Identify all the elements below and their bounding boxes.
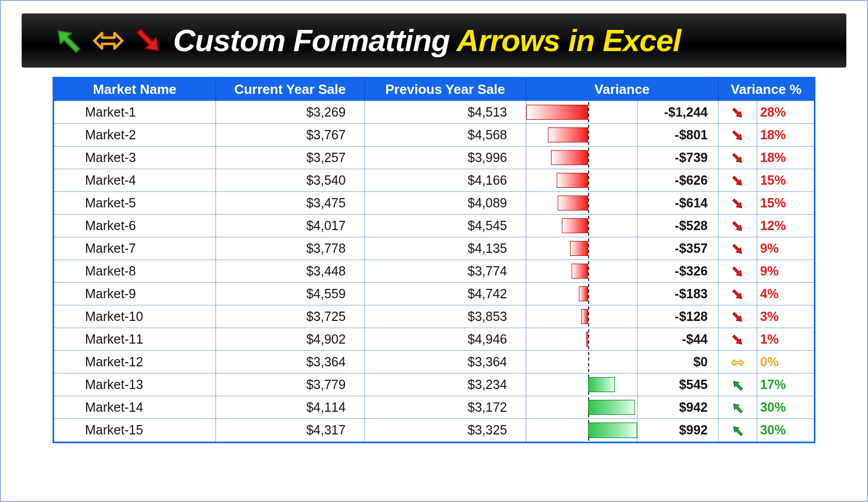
arrow-up-icon: [53, 25, 84, 56]
cell-current: $3,725: [215, 305, 364, 328]
cell-variance-pct: 17%: [757, 374, 814, 396]
svg-marker-3: [731, 106, 744, 119]
cell-variance-value: -$44: [638, 328, 719, 351]
cell-previous: $3,364: [364, 351, 526, 374]
table-row: Market-11$4,902$4,946-$441%: [54, 328, 814, 351]
data-table: Market Name Current Year Sale Previous Y…: [53, 77, 815, 443]
cell-name: Market-2: [54, 124, 215, 147]
table-row: Market-2$3,767$4,568-$80118%: [54, 124, 814, 147]
col-header-variance-pct: Variance %: [719, 78, 814, 101]
table-row: Market-12$3,364$3,364$00%: [54, 351, 814, 374]
cell-variance-bar: [526, 283, 638, 305]
trend-down-icon: [730, 172, 745, 187]
cell-arrow: [719, 124, 757, 147]
cell-previous: $4,135: [364, 237, 526, 260]
cell-arrow: [719, 192, 757, 215]
cell-variance-pct: 30%: [757, 419, 814, 442]
cell-previous: $3,172: [364, 396, 526, 419]
svg-marker-12: [731, 311, 744, 323]
cell-current: $3,540: [215, 169, 364, 192]
cell-variance-pct: 30%: [757, 396, 814, 419]
cell-previous: $3,325: [364, 419, 526, 442]
cell-variance-value: $992: [638, 419, 719, 442]
trend-down-icon: [730, 286, 745, 300]
cell-previous: $3,234: [364, 374, 526, 396]
cell-name: Market-11: [54, 328, 215, 351]
svg-marker-11: [731, 288, 744, 301]
svg-marker-16: [731, 401, 744, 414]
cell-variance-value: $942: [638, 396, 719, 419]
table-row: Market-15$4,317$3,325$99230%: [54, 419, 814, 442]
cell-arrow: [719, 305, 757, 328]
cell-name: Market-3: [54, 147, 215, 169]
cell-arrow: [719, 328, 757, 351]
cell-arrow: [719, 237, 757, 260]
svg-marker-17: [731, 425, 744, 438]
cell-previous: $3,774: [364, 260, 526, 283]
svg-marker-14: [731, 360, 744, 365]
cell-previous: $4,513: [364, 101, 526, 124]
table-row: Market-3$3,257$3,996-$73918%: [54, 147, 814, 169]
cell-variance-value: -$626: [638, 169, 719, 192]
trend-down-icon: [730, 218, 745, 232]
col-header-variance: Variance: [526, 78, 718, 101]
cell-variance-value: $545: [638, 374, 719, 396]
cell-current: $3,448: [215, 260, 364, 283]
cell-variance-bar: [526, 305, 638, 328]
table-row: Market-4$3,540$4,166-$62615%: [54, 169, 814, 192]
cell-arrow: [719, 396, 757, 419]
cell-arrow: [719, 147, 757, 169]
cell-variance-value: -$1,244: [638, 101, 719, 124]
cell-arrow: [719, 283, 757, 305]
title-main: Custom Formatting: [173, 23, 449, 58]
svg-marker-2: [133, 25, 163, 56]
trend-down-icon: [730, 240, 745, 255]
table-row: Market-10$3,725$3,853-$1283%: [54, 305, 814, 328]
cell-previous: $4,545: [364, 215, 526, 237]
col-header-name: Market Name: [54, 78, 215, 101]
trend-down-icon: [730, 150, 745, 164]
svg-marker-4: [731, 129, 744, 142]
svg-marker-9: [731, 242, 744, 255]
cell-current: $4,017: [215, 215, 364, 237]
cell-arrow: [719, 374, 757, 396]
cell-previous: $4,089: [364, 192, 526, 215]
cell-variance-bar: [526, 419, 638, 442]
cell-name: Market-10: [54, 305, 215, 328]
trend-down-icon: [730, 309, 745, 323]
cell-variance-pct: 18%: [757, 147, 814, 169]
title-suffix: Arrows in Excel: [457, 23, 681, 58]
svg-marker-0: [53, 25, 83, 56]
cell-variance-pct: 12%: [757, 215, 814, 237]
cell-arrow: [719, 260, 757, 283]
table-row: Market-14$4,114$3,172$94230%: [54, 396, 814, 419]
cell-variance-value: -$183: [638, 283, 719, 305]
cell-variance-pct: 9%: [757, 260, 814, 283]
svg-marker-15: [731, 379, 744, 392]
cell-variance-pct: 1%: [757, 328, 814, 351]
svg-marker-1: [94, 33, 122, 48]
cell-current: $3,779: [215, 374, 364, 396]
cell-previous: $3,996: [364, 147, 526, 169]
cell-current: $4,317: [215, 419, 364, 442]
table-row: Market-1$3,269$4,513-$1,24428%: [54, 101, 814, 124]
trend-down-icon: [730, 104, 745, 119]
cell-name: Market-1: [54, 101, 215, 124]
page-title: Custom Formatting Arrows in Excel: [173, 23, 681, 58]
cell-variance-pct: 3%: [757, 305, 814, 328]
cell-variance-value: -$357: [638, 237, 719, 260]
cell-name: Market-6: [54, 215, 215, 237]
cell-variance-pct: 15%: [757, 192, 814, 215]
cell-variance-value: -$528: [638, 215, 719, 237]
cell-current: $4,902: [215, 328, 364, 351]
svg-marker-10: [731, 265, 744, 278]
cell-variance-pct: 15%: [757, 169, 814, 192]
col-header-previous: Previous Year Sale: [364, 78, 526, 101]
cell-name: Market-5: [54, 192, 215, 215]
cell-current: $3,269: [215, 101, 364, 124]
cell-previous: $3,853: [364, 305, 526, 328]
cell-variance-bar: [526, 260, 638, 283]
cell-current: $3,475: [215, 192, 364, 215]
svg-marker-6: [731, 174, 744, 187]
trend-flat-icon: [730, 354, 745, 368]
